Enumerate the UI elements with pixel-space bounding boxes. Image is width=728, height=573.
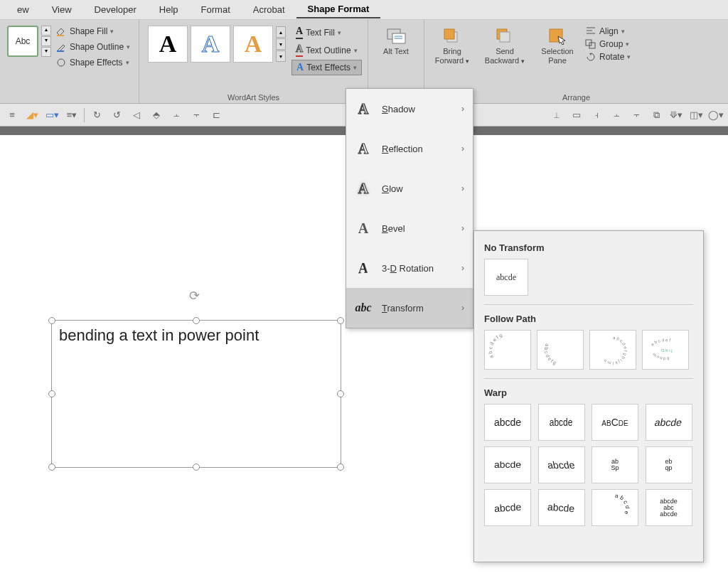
- svg-text:G h i j: G h i j: [661, 348, 673, 353]
- menu-item-shape-format[interactable]: Shape Format: [296, 1, 381, 18]
- qat-align4-icon[interactable]: ⫟: [628, 107, 644, 123]
- warp-preset-10[interactable]: abcde: [538, 489, 585, 526]
- dd-3d-rotation[interactable]: A 3-D Rotation ›: [346, 248, 473, 288]
- text-effects-dropdown: A Shadow › A Reflection › A Glow › A Bev…: [346, 88, 473, 328]
- warp-preset-4[interactable]: abcde: [646, 404, 692, 441]
- qat-rotate-right-icon[interactable]: ↻: [89, 107, 105, 123]
- text-fill-button[interactable]: A Text Fill ▾: [291, 24, 362, 41]
- wordart-group-label: WordArt Styles: [144, 92, 363, 102]
- resize-handle-bl[interactable]: [48, 464, 55, 471]
- text-box-content[interactable]: bending a text in power point: [52, 321, 341, 350]
- resize-handle-bm[interactable]: [193, 464, 200, 471]
- follow-path-arch-up[interactable]: a b c d e f g: [484, 330, 531, 370]
- wordart-preset-2[interactable]: A: [191, 26, 230, 63]
- wordart-preset-1[interactable]: A: [148, 26, 188, 63]
- resize-handle-tr[interactable]: [337, 317, 344, 324]
- wordart-preset-3[interactable]: A: [233, 26, 273, 63]
- shape-outline-button[interactable]: Shape Outline ▾: [53, 40, 133, 54]
- gallery-more-icon[interactable]: ▾: [41, 47, 51, 57]
- alt-text-icon: [385, 26, 407, 45]
- dd-shadow[interactable]: A Shadow ›: [346, 89, 473, 129]
- warp-preset-12[interactable]: abcdeabcabcde: [646, 489, 692, 526]
- send-backward-button[interactable]: Send Backward ▾: [481, 23, 528, 68]
- text-effects-button[interactable]: A Text Effects ▾: [291, 60, 362, 75]
- group-button[interactable]: Group ▾: [582, 38, 633, 50]
- dd-transform[interactable]: abc Transform ›: [346, 288, 473, 328]
- resize-handle-tm[interactable]: [193, 317, 200, 324]
- no-transform-option[interactable]: abcde: [484, 259, 528, 296]
- align-button[interactable]: Align ▾: [582, 26, 633, 37]
- align-label: Align: [599, 26, 619, 36]
- qat-rect-icon[interactable]: ▭: [569, 107, 584, 123]
- bring-forward-button[interactable]: Bring Forward ▾: [429, 23, 476, 68]
- selected-text-box[interactable]: ⟳ bending a text in power point: [51, 320, 341, 468]
- warp-preset-8[interactable]: ebqp: [646, 446, 692, 483]
- warp-preset-6[interactable]: abcde: [538, 446, 585, 483]
- qat-flip-h-icon[interactable]: ◁: [129, 107, 144, 123]
- resize-handle-mr[interactable]: [337, 390, 344, 397]
- warp-preset-5[interactable]: abcde: [484, 446, 531, 483]
- menu-item-acrobat[interactable]: Acrobat: [242, 1, 296, 18]
- resize-handle-br[interactable]: [337, 464, 344, 471]
- submenu-arrow-icon: ›: [461, 183, 464, 193]
- svg-text:m n o p q: m n o p q: [652, 352, 669, 360]
- qat-align3-icon[interactable]: ⫠: [609, 107, 624, 123]
- dd-glow[interactable]: A Glow ›: [346, 168, 473, 208]
- rotate-handle-icon[interactable]: ⟳: [189, 288, 200, 304]
- qat-font-color-icon[interactable]: ◢▾: [24, 107, 40, 123]
- follow-path-button[interactable]: a b c d e fG h i jm n o p q: [642, 330, 689, 370]
- qat-align2-icon[interactable]: ⫞: [589, 107, 604, 123]
- qat-send-back-icon[interactable]: ⟱▾: [668, 107, 684, 123]
- warp-preset-2[interactable]: abcde: [538, 404, 585, 441]
- gallery-up-icon[interactable]: ▴: [41, 26, 51, 36]
- warp-preset-9[interactable]: abcde: [484, 489, 531, 526]
- wordart-more-icon[interactable]: ▾: [276, 50, 286, 62]
- qat-circle-icon[interactable]: ◯▾: [708, 107, 724, 123]
- qat-rotate-left-icon[interactable]: ↺: [109, 107, 124, 123]
- dd-reflection[interactable]: A Reflection ›: [346, 129, 473, 168]
- qat-align-left-icon[interactable]: ⊏: [208, 107, 224, 123]
- rotate-button[interactable]: Rotate ▾: [582, 51, 633, 63]
- text-outline-button[interactable]: A Text Outline ▾: [291, 42, 362, 58]
- warp-preset-1[interactable]: abcde: [484, 404, 531, 441]
- alt-text-button[interactable]: Alt Text: [373, 23, 419, 59]
- follow-path-circle[interactable]: a b c d e f g h i j k l m n: [589, 330, 636, 370]
- svg-rect-8: [444, 29, 454, 39]
- wordart-scroll-up-icon[interactable]: ▴: [276, 26, 286, 38]
- qat-align-icon[interactable]: ≡: [4, 107, 20, 123]
- dd-3d-rotation-label: 3-D Rotation: [382, 263, 434, 274]
- warp-preset-11[interactable]: a b c d e: [592, 489, 638, 526]
- paint-bucket-icon: [55, 26, 67, 37]
- svg-text:a b c d e: a b c d e: [615, 493, 631, 515]
- menu-item-format[interactable]: Format: [190, 1, 242, 18]
- qat-pane-icon[interactable]: ◫▾: [688, 107, 704, 123]
- wordart-scroll-down-icon[interactable]: ▾: [276, 38, 286, 50]
- resize-handle-tl[interactable]: [48, 317, 55, 324]
- qat-line-style-icon[interactable]: ≡▾: [64, 107, 80, 123]
- shape-style-preset[interactable]: Abc: [7, 26, 38, 57]
- text-outline-label: Text Outline: [306, 45, 350, 55]
- qat-group2-icon[interactable]: ⧉: [648, 107, 664, 123]
- menu-item-review[interactable]: ew: [6, 1, 41, 18]
- submenu-arrow-icon: ›: [461, 263, 464, 273]
- submenu-arrow-icon: ›: [461, 223, 464, 233]
- menu-item-help[interactable]: Help: [148, 1, 190, 18]
- resize-handle-ml[interactable]: [48, 390, 55, 397]
- warp-preset-3[interactable]: abCde: [592, 404, 638, 441]
- menu-item-developer[interactable]: Developer: [83, 1, 148, 18]
- menu-item-view[interactable]: View: [41, 1, 83, 18]
- qat-flip-v-icon[interactable]: ⬘: [149, 107, 164, 123]
- qat-dist-v-icon[interactable]: ⫟: [188, 107, 204, 123]
- rotate-icon: [585, 52, 596, 62]
- qat-shape-outline-icon[interactable]: ▭▾: [44, 107, 60, 123]
- follow-path-arch-down[interactable]: a b c d e f g: [537, 330, 584, 370]
- qat-crop-icon[interactable]: ⟂: [549, 107, 564, 123]
- dd-bevel[interactable]: A Bevel ›: [346, 208, 473, 248]
- selection-pane-button[interactable]: Selection Pane: [534, 23, 581, 68]
- warp-preset-7[interactable]: abSp: [592, 446, 638, 483]
- qat-dist-h-icon[interactable]: ⫠: [168, 107, 184, 123]
- gallery-down-icon[interactable]: ▾: [41, 36, 51, 46]
- shape-fill-button[interactable]: Shape Fill ▾: [53, 24, 133, 38]
- text-effects-icon: A: [296, 62, 304, 73]
- shape-effects-button[interactable]: Shape Effects ▾: [53, 55, 133, 70]
